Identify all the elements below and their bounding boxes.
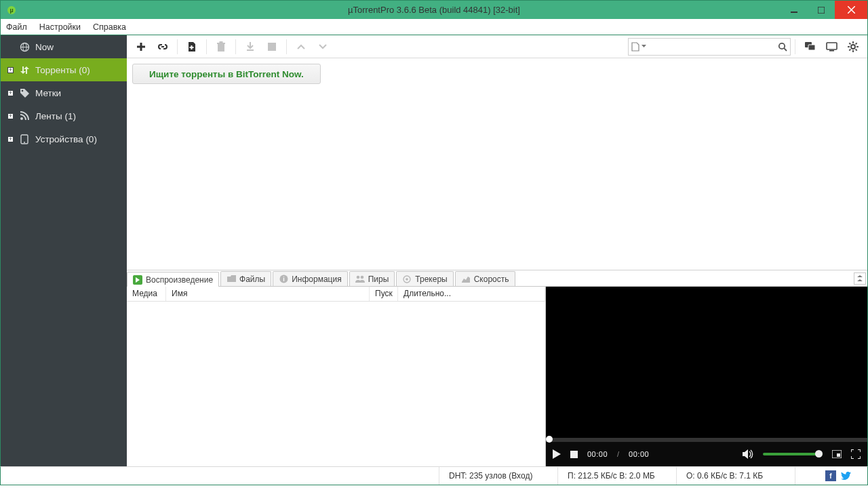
globe-icon <box>19 41 30 52</box>
window-title: µTorrentPro 3.6.6 Beta (build 44841) [32… <box>1 5 867 15</box>
expand-icon[interactable]: + <box>7 67 14 73</box>
expand-icon[interactable]: + <box>7 113 14 119</box>
sidebar-item-now[interactable]: Now <box>1 35 127 58</box>
target-icon <box>402 274 412 284</box>
tab-speed[interactable]: Скорость <box>455 271 515 286</box>
svg-point-22 <box>779 43 785 48</box>
svg-point-9 <box>21 89 23 92</box>
start-button[interactable] <box>240 37 260 56</box>
titlebar: µ µTorrentPro 3.6.6 Beta (build 44841) [… <box>0 0 868 19</box>
promo-banner[interactable]: Ищите торренты в BitTorrent Now. <box>132 64 321 84</box>
add-torrent-button[interactable] <box>131 37 151 56</box>
svg-rect-25 <box>808 45 815 50</box>
move-up-button[interactable] <box>291 37 311 56</box>
menu-file[interactable]: Файл <box>6 22 27 32</box>
tab-peers[interactable]: Пиры <box>349 271 395 286</box>
remove-button[interactable] <box>211 37 231 56</box>
popout-button[interactable] <box>832 450 842 458</box>
add-url-button[interactable] <box>153 37 173 56</box>
collapse-detail-button[interactable] <box>854 272 866 285</box>
tab-info[interactable]: i Информация <box>273 271 347 286</box>
svg-rect-16 <box>190 47 194 48</box>
svg-point-42 <box>406 278 409 281</box>
play-button[interactable] <box>553 449 561 459</box>
table-header: Медиа Имя Пуск Длительно... <box>127 287 545 302</box>
move-down-button[interactable] <box>313 37 333 56</box>
search-box <box>628 38 791 56</box>
stop-button[interactable] <box>570 451 578 458</box>
svg-line-34 <box>856 49 857 50</box>
col-media[interactable]: Медиа <box>127 287 166 301</box>
remote-button[interactable] <box>821 37 842 56</box>
search-category-button[interactable] <box>631 42 646 52</box>
chart-icon <box>461 274 471 284</box>
sidebar-item-devices[interactable]: + Устройства (0) <box>1 127 127 150</box>
svg-rect-18 <box>217 43 225 44</box>
status-upload: О: 0.6 КБ/с В: 7.1 КБ <box>676 467 795 485</box>
tag-icon <box>19 87 30 98</box>
svg-point-12 <box>24 142 25 143</box>
status-dht: DHT: 235 узлов (Вход) <box>439 467 557 485</box>
volume-knob[interactable] <box>815 450 823 458</box>
close-button[interactable] <box>835 1 867 19</box>
tab-trackers[interactable]: Трекеры <box>396 271 453 286</box>
torrent-list: Ищите торренты в BitTorrent Now. <box>127 58 867 268</box>
svg-rect-2 <box>791 12 797 13</box>
tab-playback[interactable]: Воспроизведение <box>127 272 219 287</box>
seek-bar[interactable] <box>546 438 867 442</box>
svg-text:i: i <box>283 276 285 283</box>
time-current: 00:00 <box>587 450 608 458</box>
twitter-icon[interactable] <box>840 470 851 481</box>
svg-line-35 <box>856 43 857 44</box>
svg-line-23 <box>784 48 787 51</box>
search-icon[interactable] <box>778 42 787 52</box>
sidebar-label-now: Now <box>35 42 54 52</box>
facebook-icon[interactable]: f <box>825 470 836 481</box>
sidebar-item-labels[interactable]: + Метки <box>1 81 127 104</box>
menu-settings[interactable]: Настройки <box>39 22 81 32</box>
sidebar-item-torrents[interactable]: + Торренты (0) <box>1 58 127 81</box>
create-torrent-button[interactable] <box>182 37 202 56</box>
chat-button[interactable] <box>800 37 820 56</box>
minimize-button[interactable] <box>781 1 808 19</box>
player-controls: 00:00 / 00:00 <box>546 442 867 466</box>
expand-icon[interactable]: + <box>7 90 14 96</box>
svg-rect-26 <box>827 43 837 49</box>
status-right: f <box>795 467 867 485</box>
settings-button[interactable] <box>843 37 863 56</box>
sidebar-label-devices: Устройства (0) <box>35 134 97 144</box>
volume-slider[interactable] <box>763 453 823 455</box>
volume-icon[interactable] <box>743 449 753 459</box>
detail-tabs: Воспроизведение Файлы i Информация Пиры … <box>127 270 867 287</box>
col-start[interactable]: Пуск <box>370 287 398 301</box>
status-download: П: 212.5 КБ/с В: 2.0 МБ <box>557 467 676 485</box>
svg-rect-45 <box>837 453 840 457</box>
col-duration[interactable]: Длительно... <box>398 287 545 301</box>
chevron-down-icon <box>642 45 646 48</box>
maximize-button[interactable] <box>808 1 835 19</box>
tab-files[interactable]: Файлы <box>220 271 271 286</box>
stop-button[interactable] <box>262 37 282 56</box>
statusbar: DHT: 235 узлов (Вход) П: 212.5 КБ/с В: 2… <box>0 466 868 485</box>
file-icon <box>631 42 639 52</box>
svg-point-39 <box>356 275 359 279</box>
svg-rect-19 <box>220 41 223 43</box>
toolbar <box>127 35 867 58</box>
seek-knob[interactable] <box>546 436 553 443</box>
col-name[interactable]: Имя <box>166 287 370 301</box>
video-surface[interactable] <box>546 287 867 438</box>
svg-rect-43 <box>570 451 578 458</box>
main-area: Ищите торренты в BitTorrent Now. Воспрои… <box>127 35 867 466</box>
detail-pane: Воспроизведение Файлы i Информация Пиры … <box>127 270 867 466</box>
svg-rect-21 <box>268 43 276 51</box>
svg-line-33 <box>849 43 850 44</box>
sidebar-label-torrents: Торренты (0) <box>35 65 90 75</box>
svg-rect-17 <box>218 44 224 52</box>
menu-help[interactable]: Справка <box>93 22 126 32</box>
transfer-icon <box>19 64 30 75</box>
search-input[interactable] <box>646 42 778 52</box>
expand-icon[interactable]: + <box>7 136 14 142</box>
fullscreen-button[interactable] <box>851 449 861 459</box>
sidebar-item-feeds[interactable]: + Ленты (1) <box>1 104 127 127</box>
rss-icon <box>19 110 30 121</box>
